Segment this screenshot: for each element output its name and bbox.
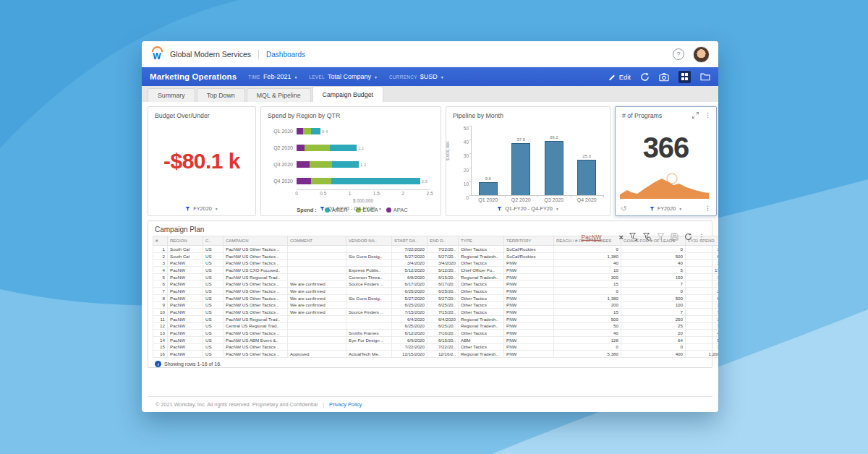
card-filter[interactable]: FY2020 ▼ — [616, 205, 716, 212]
toolbar-filter-time[interactable]: TIMEFeb-2021▼ — [248, 73, 297, 80]
table-row[interactable]: 4PacNWUSPacNW US CXO Focused..Express Pu… — [153, 267, 719, 274]
menu-kebab-icon[interactable]: ⋮ — [705, 112, 711, 119]
window-footer: © 2021 Workday, Inc. All rights reserved… — [148, 396, 712, 412]
table-row[interactable]: 3PacNWUSPacNW US Other Tactics ..3/4/202… — [153, 260, 719, 267]
filter-settings-icon[interactable] — [643, 233, 651, 241]
column-header[interactable]: TERRITORY — [504, 236, 554, 246]
menu-kebab-icon[interactable]: ⋮ — [705, 205, 711, 212]
table-row[interactable]: 11PacNWUSPacNW US Regional Trad..6/4/202… — [153, 315, 719, 322]
card-title: Budget Over/Under — [148, 107, 255, 119]
column-header[interactable]: VENDOR NA.. — [346, 236, 392, 246]
bar-segment-emea — [303, 128, 311, 134]
column-header[interactable]: REGION — [168, 236, 203, 246]
filter-label: Q1-FY20 - Q4-FY20 — [328, 205, 375, 212]
column-header[interactable]: # — [153, 236, 168, 246]
table-row[interactable]: 1South CalUSPacNW US Other Tactics ..7/2… — [153, 246, 719, 253]
help-icon[interactable]: ? — [673, 48, 684, 60]
table-row[interactable]: 5PacNWUSPacNW US Regional Trad..Common T… — [153, 273, 719, 280]
info-icon: i — [155, 361, 161, 367]
tab-summary[interactable]: Summary — [148, 88, 195, 102]
column-header[interactable]: START DA.. — [392, 236, 427, 246]
filter-label: FY2020 — [658, 205, 676, 212]
dashboard-toolbar: Marketing Operations TIMEFeb-2021▼LEVELT… — [142, 67, 718, 86]
filter-apply-icon[interactable] — [629, 233, 637, 241]
brand-title: Global Modern Services — [170, 50, 251, 59]
refresh-icon[interactable] — [640, 72, 650, 82]
user-avatar[interactable] — [693, 46, 710, 63]
tab-top-down[interactable]: Top Down — [197, 88, 245, 102]
privacy-policy-link[interactable]: Privacy Policy — [329, 401, 362, 408]
folder-icon[interactable] — [700, 72, 710, 81]
workday-logo-icon[interactable]: W — [150, 46, 163, 62]
pacnw-filter-link[interactable]: PacNW — [581, 234, 601, 241]
card-title: Pipeline by Month — [446, 107, 610, 119]
bar-segment-amer — [330, 145, 357, 151]
card-pipeline-by-month: Pipeline by Month $,000,000 010203040509… — [446, 106, 610, 216]
edit-button[interactable]: Edit — [609, 73, 631, 81]
dashboard-title: Marketing Operations — [150, 72, 237, 81]
spend-chart: Q1 20200.4Q2 20201.1Q3 20201.2Q4 20202.3… — [268, 123, 436, 213]
table-menu-kebab-icon[interactable]: ⋮ — [698, 234, 705, 240]
app-window: W Global Modern Services Dashboards ? Ma… — [142, 41, 718, 412]
pipeline-bar — [545, 141, 563, 195]
table-row[interactable]: 15PacNWUSPacNW US Other Tactics ..7/22/2… — [153, 343, 719, 351]
apps-grid-button[interactable] — [678, 71, 691, 83]
card-filter[interactable]: Q1-FY20 - Q4-FY20 ▼ — [261, 205, 441, 212]
tab-campaign-budget[interactable]: Campaign Budget — [312, 86, 383, 102]
table-toolbar: PacNW × ⋮ — [581, 233, 705, 241]
panel-title: Campaign Plan — [148, 221, 712, 234]
table-row[interactable]: 7PacNWUSPacNW US Other Tactics ..We are … — [153, 288, 719, 295]
column-header[interactable]: COMMENT — [288, 236, 346, 246]
table-row[interactable]: 13PacNWUSPacNW US Other Tactics ..Smiths… — [153, 330, 719, 337]
programs-sparkline — [620, 170, 709, 199]
table-row[interactable]: 12PacNWUSCentral US Regional Trad..6/25/… — [153, 322, 719, 330]
campaign-plan-panel: Campaign Plan PacNW × ⋮ #REGIONC..CAMPAI… — [148, 220, 712, 368]
divider — [258, 50, 259, 59]
card-filter[interactable]: Q1-FY20 - Q4-FY20 ▼ — [446, 205, 610, 212]
filter-icon[interactable] — [657, 233, 665, 241]
refresh-table-icon[interactable] — [684, 233, 692, 241]
bar-segment-emea — [310, 161, 332, 168]
table-row[interactable]: 16PacNWUSPacNW US Other Tactics ..Approv… — [153, 351, 719, 358]
toolbar-filter-level[interactable]: LEVELTotal Company▼ — [309, 73, 378, 80]
campaign-table: #REGIONC..CAMPAIGNCOMMENTVENDOR NA..STAR… — [153, 236, 718, 358]
table-row[interactable]: 6PacNWUSPacNW US Other Tactics ..We are … — [153, 280, 719, 288]
funnel-icon — [497, 206, 502, 212]
bar-segment-apac — [297, 178, 311, 184]
camera-icon[interactable] — [659, 72, 669, 82]
spend-bar-row: Q2 20201.1 — [268, 140, 436, 156]
column-header[interactable]: C.. — [203, 236, 224, 246]
card-number-of-programs[interactable]: # of Programs ⋮ 366 ↺ FY2020 ▼ ⋮ — [615, 106, 717, 216]
table-row[interactable]: 9PacNWUSPacNW US Other Tactics ..We are … — [153, 301, 719, 309]
table-row[interactable]: 14PacNWUSPacNW US ABM Event &..Eye For D… — [153, 336, 719, 343]
column-header[interactable]: END D.. — [427, 236, 459, 246]
bar-segment-apac — [297, 145, 305, 151]
caret-down-icon: ▼ — [378, 207, 382, 211]
table-status: i Showing rows 1-16 of 16. — [148, 358, 712, 367]
bar-segment-apac — [297, 161, 310, 168]
caret-down-icon: ▼ — [556, 207, 559, 211]
toolbar-filter-currency[interactable]: CURRENCY$USD▼ — [389, 73, 444, 80]
column-header[interactable]: TYPE — [459, 236, 504, 246]
spend-bar-row: Q1 20200.4 — [268, 123, 436, 140]
tab-mql-pipeline[interactable]: MQL & Pipeline — [247, 88, 311, 102]
card-filter[interactable]: FY2020 ▼ — [148, 205, 255, 212]
clear-filter-icon[interactable]: × — [619, 234, 624, 241]
table-row[interactable]: 8PacNWUSPacNW US Other Tactics ..We are … — [153, 294, 719, 301]
logo-w: W — [153, 53, 161, 61]
filter-label: Q1-FY20 - Q4-FY20 — [505, 205, 553, 212]
tab-bar: SummaryTop DownMQL & PipelineCampaign Bu… — [142, 86, 718, 102]
funnel-icon — [185, 206, 190, 212]
column-header[interactable]: CAMPAIGN — [224, 236, 288, 246]
funnel-icon — [320, 206, 325, 212]
card-budget-over-under: Budget Over/Under -$80.1 k FY2020 ▼ — [148, 106, 256, 216]
table-row[interactable]: 2South CalUSPacNW US Other Tactics ..Six… — [153, 252, 719, 260]
card-title: Spend by Region by QTR — [261, 107, 441, 119]
nav-dashboards-link[interactable]: Dashboards — [266, 51, 305, 59]
row-count-text: Showing rows 1-16 of 16. — [164, 361, 221, 367]
x-axis: 00.511.522.5 — [297, 189, 430, 198]
pipeline-bar — [577, 160, 596, 195]
save-icon[interactable] — [671, 233, 678, 241]
table-row[interactable]: 10PacNWUSPacNW US Other Tactics ..We are… — [153, 309, 719, 316]
expand-icon[interactable] — [692, 111, 699, 119]
